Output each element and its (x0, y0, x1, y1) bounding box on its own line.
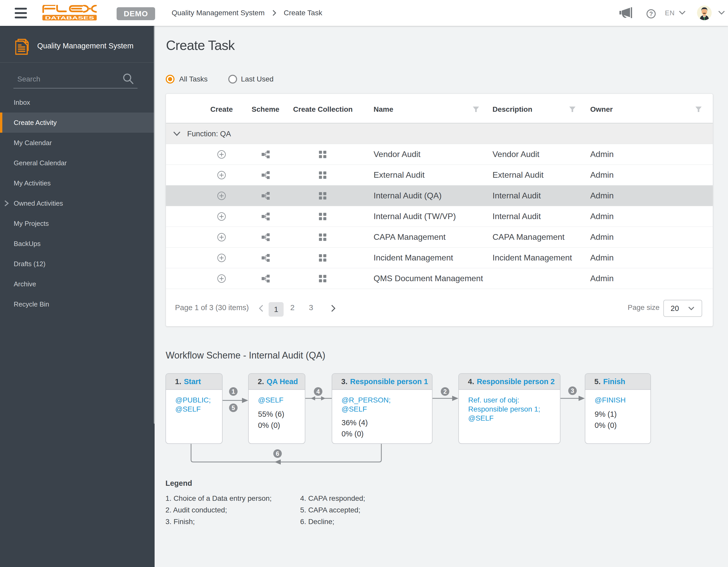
page-button-1[interactable]: 1 (269, 302, 284, 317)
breadcrumb-parent[interactable]: Quality Management System (172, 9, 265, 17)
scheme-icon[interactable] (261, 254, 270, 262)
page-size-select[interactable]: 20 (663, 300, 702, 317)
group-row-function-qa[interactable]: Function: QA (166, 123, 713, 144)
announcements-icon[interactable] (619, 7, 632, 18)
create-task-icon[interactable] (217, 274, 226, 283)
step-name: Responsible person 1 (350, 378, 428, 386)
prev-page-icon[interactable] (259, 305, 264, 312)
scheme-icon[interactable] (261, 171, 270, 179)
step-condition: Ref. user of obj: (468, 396, 557, 405)
radio-all-tasks[interactable]: All Tasks (166, 75, 208, 84)
step-name: Start (184, 378, 201, 386)
sidebar-item-archive[interactable]: Archive (0, 274, 155, 294)
row-owner: Admin (590, 206, 614, 226)
radio-last-used[interactable]: Last Used (228, 75, 274, 84)
hamburger-bar (15, 8, 27, 10)
create-collection-icon[interactable] (319, 233, 327, 241)
step-body: @PUBLIC; @SELF (166, 390, 222, 414)
flex-databases-logo[interactable]: DATABASES (42, 5, 97, 21)
page-button-3[interactable]: 3 (305, 289, 317, 326)
column-header-name[interactable]: Name (374, 95, 393, 124)
table-row[interactable]: Internal Audit (TW/VP) Internal Audit Ad… (166, 206, 713, 227)
create-task-icon[interactable] (217, 253, 226, 262)
workflow-step-responsible-person-1[interactable]: 3.Responsible person 1 @R_PERSON; @SELF … (332, 373, 433, 444)
menu-hamburger-icon[interactable] (15, 8, 27, 18)
sidebar-item-label: My Projects (14, 219, 49, 227)
sidebar-item-create-activity[interactable]: Create Activity (0, 112, 155, 133)
create-collection-icon[interactable] (319, 213, 327, 220)
table-row[interactable]: Vendor Audit Vendor Audit Admin (166, 144, 713, 165)
workflow-step-qa-head[interactable]: 2.QA Head @SELF 55% (6) 0% (0) (248, 373, 305, 444)
row-description: Internal Audit (492, 206, 541, 226)
help-icon[interactable]: ? (646, 9, 656, 19)
sidebar-item-backups[interactable]: BackUps (0, 233, 155, 254)
sidebar-item-drafts[interactable]: Drafts (12) (0, 254, 155, 274)
sidebar-scrollbar-thumb[interactable] (154, 26, 155, 424)
sidebar-item-my-calendar[interactable]: My Calendar (0, 133, 155, 153)
table-row[interactable]: External Audit External Audit Admin (166, 165, 713, 185)
column-header-owner[interactable]: Owner (590, 95, 613, 124)
scheme-icon[interactable] (261, 274, 270, 283)
create-collection-icon[interactable] (319, 192, 327, 199)
hamburger-bar (15, 17, 27, 18)
column-header-create-collection[interactable]: Create Collection (286, 95, 360, 124)
create-task-icon[interactable] (217, 233, 226, 241)
step-header: 2.QA Head (249, 374, 305, 390)
scheme-icon[interactable] (261, 212, 270, 221)
avatar[interactable] (697, 5, 712, 20)
expand-chevron-icon[interactable] (4, 199, 9, 207)
sidebar-item-my-activities[interactable]: My Activities (0, 173, 155, 193)
step-stat: 0% (0) (258, 420, 302, 431)
sidebar-item-recycle-bin[interactable]: Recycle Bin (0, 294, 155, 314)
create-task-icon[interactable] (217, 171, 226, 179)
filter-name-icon[interactable] (472, 106, 480, 113)
language-selector[interactable]: EN (665, 0, 675, 26)
table-row-selected[interactable]: Internal Audit (QA) Internal Audit Admin (166, 185, 713, 206)
step-condition: @SELF (258, 396, 302, 405)
svg-text:?: ? (649, 11, 653, 17)
scheme-icon[interactable] (261, 192, 270, 200)
column-header-description[interactable]: Description (492, 95, 532, 124)
workflow-step-responsible-person-2[interactable]: 4.Responsible person 2 Ref. user of obj:… (458, 373, 560, 444)
step-condition: @SELF (468, 414, 557, 423)
sidebar-item-general-calendar[interactable]: General Calendar (0, 153, 155, 173)
sidebar-item-inbox[interactable]: Inbox (0, 92, 155, 112)
sidebar-item-owned-activities[interactable]: Owned Activities (0, 193, 155, 213)
row-name: External Audit (374, 165, 424, 185)
create-collection-icon[interactable] (319, 150, 327, 158)
step-name: QA Head (267, 378, 298, 386)
language-chevron-icon[interactable] (679, 11, 686, 15)
table-row[interactable]: CAPA Management CAPA Management Admin (166, 227, 713, 247)
create-task-icon[interactable] (217, 191, 226, 200)
sidebar-item-label: Recycle Bin (14, 300, 49, 308)
column-header-scheme[interactable]: Scheme (245, 95, 286, 124)
filter-owner-icon[interactable] (695, 106, 702, 113)
table-row[interactable]: Incident Management Incident Management … (166, 247, 713, 268)
search-icon[interactable] (123, 73, 134, 85)
sidebar-item-my-projects[interactable]: My Projects (0, 213, 155, 233)
user-menu-chevron-icon[interactable] (718, 11, 725, 15)
radio-dot (168, 77, 172, 81)
page-button-2[interactable]: 2 (286, 289, 299, 326)
workflow-step-finish[interactable]: 5.Finish @FINISH 9% (1) 0% (0) (585, 373, 651, 444)
app-root: DATABASES DEMO Quality Management System… (0, 0, 728, 567)
column-header-create[interactable]: Create (198, 95, 245, 124)
workflow-step-start[interactable]: 1.Start @PUBLIC; @SELF (165, 373, 223, 444)
table-row[interactable]: QMS Document Management Admin (166, 268, 713, 289)
create-collection-icon[interactable] (319, 171, 327, 179)
create-task-icon[interactable] (217, 150, 226, 159)
collapse-group-icon[interactable] (173, 131, 181, 136)
legend-item: 2. Audit conducted; (165, 504, 272, 516)
create-task-icon[interactable] (217, 212, 226, 221)
filter-description-icon[interactable] (569, 106, 576, 113)
search-input[interactable] (13, 70, 138, 88)
next-page-icon[interactable] (331, 305, 336, 312)
create-collection-icon[interactable] (319, 254, 327, 261)
step-header: 1.Start (166, 374, 222, 390)
row-name: Incident Management (374, 247, 453, 268)
svg-text:DATABASES: DATABASES (45, 16, 94, 20)
create-collection-icon[interactable] (319, 275, 327, 282)
row-owner: Admin (590, 268, 614, 289)
scheme-icon[interactable] (261, 233, 270, 241)
scheme-icon[interactable] (261, 150, 270, 158)
